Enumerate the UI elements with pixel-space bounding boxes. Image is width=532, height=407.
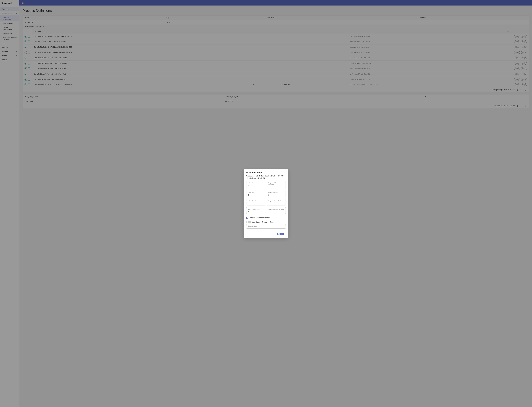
- use-custom-execution-date-label: Use Custom Execution Date: [252, 221, 273, 223]
- active-process-instances-label: Active Process Instances: [248, 182, 264, 184]
- cancel-button[interactable]: CANCEL: [276, 232, 286, 236]
- modal-subtitle: Suspension for Definition: GenUTs:23:835…: [244, 175, 288, 181]
- active-user-tasks-label: Active User Tasks: [248, 200, 264, 202]
- modal-overlay: Definition Action Suspension for Definit…: [0, 0, 532, 407]
- active-jobs-label: Active Jobs: [248, 192, 264, 193]
- active-external-tasks-field: Active External Tasks 3: [246, 207, 265, 214]
- modal-body: Active Process Instances 3 Suspended Pro…: [244, 181, 288, 231]
- execution-date-row: Execution Date: [246, 224, 286, 228]
- suspended-process-instances-label: Suspended Process Instances: [268, 182, 284, 185]
- execution-date-label: Execution Date: [248, 225, 284, 227]
- suspended-external-tasks-field: Suspended External Tasks 0: [267, 207, 286, 214]
- suspended-user-tasks-field: Suspended User Tasks 0: [267, 199, 286, 205]
- include-process-instances-label: Include Process Instances: [250, 217, 270, 219]
- active-process-instances-field: Active Process Instances 3: [246, 181, 265, 189]
- suspended-user-tasks-label: Suspended User Tasks: [268, 200, 284, 202]
- modal-row-user-tasks: Active User Tasks 7 Suspended User Tasks…: [246, 199, 286, 205]
- suspended-process-instances-field: Suspended Process Instances 0: [267, 181, 286, 189]
- suspended-user-tasks-value: 0: [268, 202, 284, 204]
- active-jobs-value: 0: [248, 194, 264, 196]
- active-user-tasks-field: Active User Tasks 7: [246, 199, 265, 205]
- active-external-tasks-label: Active External Tasks: [248, 209, 264, 210]
- include-process-instances-checkbox[interactable]: [246, 217, 248, 219]
- modal-row-process-instances: Active Process Instances 3 Suspended Pro…: [246, 181, 286, 189]
- suspended-external-tasks-value: 0: [268, 211, 284, 212]
- definition-action-modal: Definition Action Suspension for Definit…: [244, 169, 288, 238]
- suspended-process-instances-value: 0: [268, 186, 284, 188]
- use-custom-execution-date-toggle[interactable]: [246, 221, 251, 223]
- suspended-jobs-field: Suspended Jobs 0: [267, 191, 286, 197]
- suspended-external-tasks-label: Suspended External Tasks: [268, 209, 284, 210]
- include-process-instances-row[interactable]: Include Process Instances: [246, 216, 286, 220]
- modal-footer: CANCEL: [244, 231, 288, 238]
- active-external-tasks-value: 3: [248, 211, 264, 212]
- active-user-tasks-value: 7: [248, 202, 264, 204]
- toggle-knob: [247, 221, 248, 223]
- suspended-jobs-value: 0: [268, 194, 284, 196]
- modal-row-external-tasks: Active External Tasks 3 Suspended Extern…: [246, 207, 286, 214]
- use-custom-execution-date-row[interactable]: Use Custom Execution Date: [246, 220, 286, 224]
- execution-date-field[interactable]: Execution Date: [246, 224, 286, 228]
- active-jobs-field: Active Jobs 0: [246, 191, 265, 197]
- modal-title: Definition Action: [244, 169, 288, 175]
- active-process-instances-value: 3: [248, 184, 264, 186]
- modal-row-jobs: Active Jobs 0 Suspended Jobs 0: [246, 191, 286, 197]
- suspended-jobs-label: Suspended Jobs: [268, 192, 284, 193]
